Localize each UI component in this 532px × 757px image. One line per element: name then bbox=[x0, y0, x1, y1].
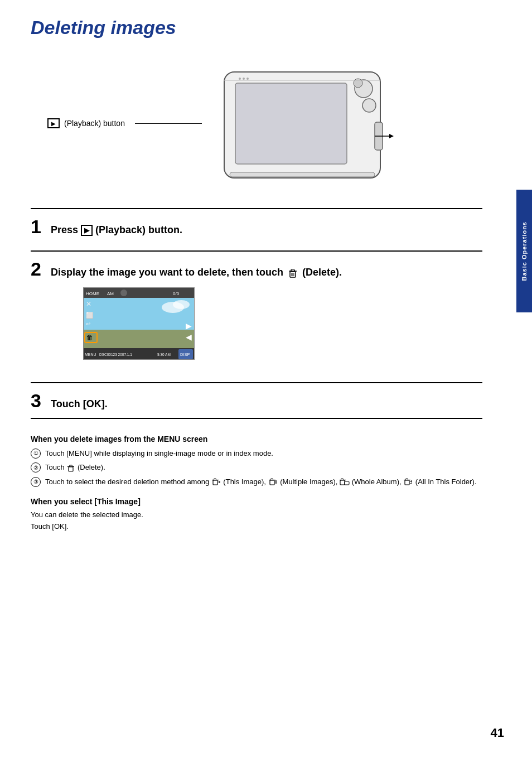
camera-screen-preview: HOME AM 0/0 🗑 ▶ ◀ bbox=[59, 287, 482, 360]
note-text-1: Touch [MENU] while displaying in single-… bbox=[45, 448, 273, 459]
svg-rect-53 bbox=[345, 481, 349, 485]
step-3-number: 3 bbox=[31, 391, 43, 410]
note-num-3: ③ bbox=[31, 477, 41, 487]
svg-rect-50 bbox=[340, 480, 345, 485]
svg-marker-12 bbox=[389, 134, 394, 138]
diagram-arrow-line bbox=[135, 123, 202, 124]
svg-point-8 bbox=[243, 78, 245, 80]
svg-rect-46 bbox=[214, 479, 216, 480]
svg-text:🗑: 🗑 bbox=[86, 334, 93, 341]
svg-text:AM: AM bbox=[107, 291, 114, 296]
step-1: 1 Press ▶ (Playback) button. bbox=[31, 208, 482, 244]
svg-point-3 bbox=[362, 99, 376, 112]
delete-icon-step2 bbox=[287, 267, 299, 279]
svg-text:HOME: HOME bbox=[86, 291, 99, 296]
svg-point-6 bbox=[354, 79, 362, 88]
svg-rect-44 bbox=[213, 480, 217, 485]
camera-diagram: ▶ (Playback) button bbox=[31, 55, 482, 191]
sub-line-1: You can delete the selected image. bbox=[31, 510, 143, 519]
step-1-number: 1 bbox=[31, 217, 43, 236]
svg-text:◀: ◀ bbox=[186, 332, 192, 341]
sub-text-this-image: You can delete the selected image. Touch… bbox=[31, 509, 482, 533]
note-text-3: Touch to select the desired deletion met… bbox=[45, 476, 476, 488]
step-2-text: Display the image you want to delete, th… bbox=[51, 267, 342, 279]
note-num-2: ② bbox=[31, 462, 41, 472]
side-tab: Basic Operations bbox=[516, 190, 532, 312]
step-3: 3 Touch [OK]. bbox=[31, 382, 482, 419]
svg-text:▶: ▶ bbox=[186, 321, 192, 330]
note-text-2: Touch (Delete). bbox=[45, 462, 105, 473]
svg-text:✕: ✕ bbox=[86, 300, 91, 308]
step-3-text: Touch [OK]. bbox=[51, 398, 108, 410]
svg-text:0/0: 0/0 bbox=[173, 291, 180, 296]
svg-rect-54 bbox=[405, 480, 409, 485]
svg-text:MENU: MENU bbox=[85, 353, 96, 356]
notes-list: ① Touch [MENU] while displaying in singl… bbox=[31, 448, 482, 488]
sub-heading-this-image: When you select [This Image] bbox=[31, 497, 482, 506]
page-title: Deleting images bbox=[31, 17, 482, 38]
step-1-text: Press ▶ (Playback) button. bbox=[51, 224, 182, 236]
page-number: 41 bbox=[491, 726, 504, 740]
notes-section: When you delete images from the MENU scr… bbox=[31, 435, 482, 488]
note-item-3: ③ Touch to select the desired deletion m… bbox=[31, 476, 482, 488]
svg-rect-5 bbox=[230, 172, 375, 177]
svg-text:9:30 AM: 9:30 AM bbox=[157, 353, 171, 356]
svg-point-22 bbox=[120, 290, 127, 296]
note-item-1: ① Touch [MENU] while displaying in singl… bbox=[31, 448, 482, 459]
svg-rect-15 bbox=[291, 269, 294, 271]
svg-text:⬜: ⬜ bbox=[86, 311, 94, 319]
side-tab-label: Basic Operations bbox=[521, 221, 528, 281]
note-num-1: ① bbox=[31, 449, 41, 459]
svg-text:DISP: DISP bbox=[180, 352, 190, 357]
note-item-2: ② Touch (Delete). bbox=[31, 462, 482, 473]
svg-point-7 bbox=[239, 78, 241, 80]
step-2: 2 Display the image you want to delete, … bbox=[31, 250, 482, 375]
svg-rect-47 bbox=[270, 480, 274, 485]
svg-rect-25 bbox=[84, 330, 195, 348]
svg-rect-43 bbox=[70, 465, 72, 467]
svg-rect-1 bbox=[235, 83, 347, 164]
svg-rect-56 bbox=[406, 479, 408, 480]
sub-line-2: Touch [OK]. bbox=[31, 522, 69, 531]
step-2-number: 2 bbox=[31, 259, 43, 278]
svg-point-9 bbox=[246, 78, 249, 80]
playback-btn-icon: ▶ bbox=[81, 225, 93, 236]
svg-rect-49 bbox=[270, 479, 273, 480]
svg-text:DSC00123  2007.1.1: DSC00123 2007.1.1 bbox=[99, 353, 132, 356]
playback-icon-box: ▶ bbox=[47, 118, 60, 128]
svg-rect-41 bbox=[69, 467, 73, 471]
notes-heading: When you delete images from the MENU scr… bbox=[31, 435, 482, 443]
svg-rect-52 bbox=[341, 479, 344, 480]
svg-text:↩: ↩ bbox=[86, 321, 90, 327]
playback-button-label: ▶ (Playback) button bbox=[47, 118, 202, 128]
svg-point-27 bbox=[173, 300, 190, 309]
sub-section-this-image: When you select [This Image] You can del… bbox=[31, 497, 482, 533]
playback-button-text: (Playback) button bbox=[64, 119, 125, 128]
camera-illustration bbox=[196, 55, 397, 191]
